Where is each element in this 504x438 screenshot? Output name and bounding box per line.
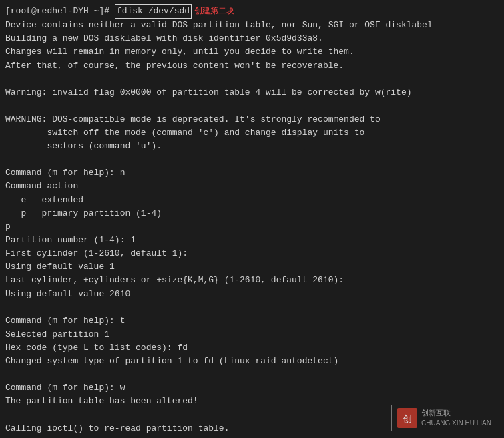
output-line-6: WARNING: DOS-compatible mode is deprecat… <box>5 113 499 126</box>
output-line-1: Device contains neither a valid DOS part… <box>5 19 499 32</box>
output-line-15: First cylinder (1-2610, default 1): <box>5 247 499 260</box>
output-line-2: Building a new DOS disklabel with disk i… <box>5 32 499 45</box>
output-line-14: Partition number (1-4): 1 <box>5 234 499 247</box>
output-line-26: Syncing disks. <box>5 435 499 438</box>
annotation-text: 创建第二块 <box>194 5 234 18</box>
prompt-line-1: [root@redhel-DYH ~]# fdisk /dev/sdd 创建第二… <box>5 4 499 19</box>
empty-3 <box>5 153 499 166</box>
output-line-7: switch off the mode (command 'c') and ch… <box>5 126 499 140</box>
output-line-12: p primary partition (1-4) <box>5 207 499 220</box>
watermark-brand-pinyin: CHUANG XIN HU LIAN <box>421 419 491 428</box>
svg-text:创: 创 <box>403 413 412 424</box>
output-line-11: e extended <box>5 194 499 207</box>
output-line-17: Last cylinder, +cylinders or +size{K,M,G… <box>5 274 499 287</box>
watermark-logo-icon: 创 <box>397 408 417 428</box>
output-line-18: Using default value 2610 <box>5 288 499 301</box>
output-line-8: sectors (command 'u'). <box>5 140 499 153</box>
watermark-text-block: 创新互联 CHUANG XIN HU LIAN <box>421 408 491 427</box>
empty-5 <box>5 368 499 381</box>
empty-4 <box>5 301 499 314</box>
empty-1 <box>5 73 499 86</box>
output-line-22: Changed system type of partition 1 to fd… <box>5 355 499 368</box>
output-line-9: Command (m for help): n <box>5 166 499 180</box>
empty-2 <box>5 99 499 113</box>
output-line-5: Warning: invalid flag 0x0000 of partitio… <box>5 86 499 99</box>
output-line-20: Selected partition 1 <box>5 328 499 341</box>
output-line-16: Using default value 1 <box>5 260 499 274</box>
watermark-box: 创 创新互联 CHUANG XIN HU LIAN <box>391 405 497 431</box>
output-line-13: p <box>5 220 499 234</box>
output-line-4: After that, of course, the previous cont… <box>5 59 499 73</box>
command-box: fdisk /dev/sdd <box>115 4 192 19</box>
terminal-window: [root@redhel-DYH ~]# fdisk /dev/sdd 创建第二… <box>0 0 504 438</box>
watermark: 创 创新互联 CHUANG XIN HU LIAN <box>391 405 497 431</box>
output-line-19: Command (m for help): t <box>5 314 499 328</box>
output-line-23: Command (m for help): w <box>5 381 499 395</box>
watermark-brand-name: 创新互联 <box>421 408 491 418</box>
output-line-3: Changes will remain in memory only, unti… <box>5 45 499 59</box>
output-line-21: Hex code (type L to list codes): fd <box>5 341 499 355</box>
prompt-text-1: [root@redhel-DYH ~]# <box>5 5 109 18</box>
output-line-10: Command action <box>5 180 499 193</box>
